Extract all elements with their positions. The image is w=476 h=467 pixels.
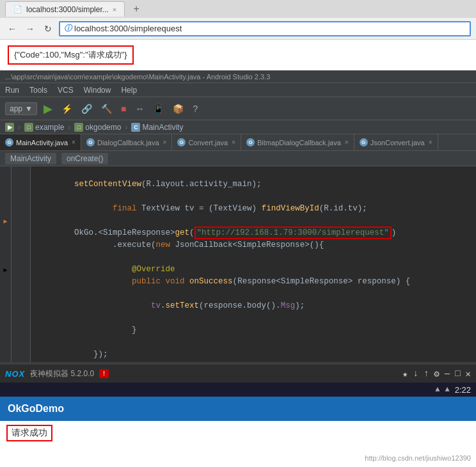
code-line-8: @Override (36, 251, 471, 264)
wifi-icon: ▲ (435, 385, 440, 394)
nox-emulator: NOX 夜神模拟器 5.2.0.0 ! ★ ↓ ↑ ⚙ — □ ✕ ▲ ▲ 2:… (0, 365, 476, 467)
attach-button[interactable]: 🔗 (79, 102, 95, 115)
tab-convert[interactable]: G Convert.java × (172, 134, 241, 150)
jsonconvert-file-icon: G (360, 138, 368, 146)
indicator-2 (0, 178, 11, 191)
tab-bitmapdialogcallback[interactable]: G BitmapDialogCallback.java × (241, 134, 354, 150)
breadcrumb-example[interactable]: □ example (24, 123, 64, 132)
menu-tools[interactable]: Tools (27, 84, 50, 96)
code-line-11: tv.setText(response.body().Msg); (36, 288, 471, 300)
back-button[interactable]: ← (5, 22, 19, 36)
code-breadcrumb-bar: MainActivity onCreate() (0, 151, 476, 166)
tab-jsonconvert-label: JsonConvert.java (370, 139, 425, 146)
android-app-bar: OkGoDemo (0, 397, 476, 421)
activity-icon: C (131, 123, 140, 132)
menu-help[interactable]: Help (118, 84, 139, 96)
build-button[interactable]: 🔨 (99, 102, 115, 115)
browser-tab-active[interactable]: 📄 localhost:3000/simpler... × (5, 1, 125, 17)
tab-dialogcallback-close[interactable]: × (163, 139, 167, 146)
dialogcallback-file-icon: G (86, 138, 95, 146)
breadcrumb-app: ▶ (5, 123, 14, 132)
dropdown-arrow: ▼ (25, 104, 33, 113)
code-breadcrumb-method[interactable]: onCreate() (61, 153, 108, 164)
indicator-14 (0, 324, 11, 336)
app-selector[interactable]: app ▼ (5, 102, 37, 115)
tab-mainactivity[interactable]: G MainActivity.java × (0, 134, 81, 150)
browser-toolbar: ← → ↻ ⓘ localhost:3000/simplerequest (0, 18, 476, 40)
example-icon: □ (24, 123, 33, 132)
line-numbers (12, 166, 31, 362)
code-area[interactable]: setContentView(R.layout.activity_main); … (31, 166, 476, 362)
nox-pin-button[interactable]: ★ (402, 368, 408, 379)
file-path: ...\app\src\main\java\com\example\okgode… (5, 73, 270, 81)
nox-window-controls: ★ ↓ ↑ ⚙ — □ ✕ (402, 368, 471, 379)
nox-logo: NOX (5, 369, 25, 379)
package-icon: ▶ (5, 123, 14, 132)
signal-icon: ▲ (445, 385, 449, 394)
code-editor: ▶ ▶ (0, 166, 476, 362)
indicator-15 (0, 336, 11, 349)
nox-settings-button[interactable]: ⚙ (434, 368, 439, 379)
android-app-content: 请求成功 http://blog.csdn.net/jiushiwo12390 (0, 421, 476, 467)
menu-run[interactable]: Run (3, 84, 22, 96)
response-text: {"Code":100,"Msg":"请求成功"} (14, 50, 127, 59)
avd-button[interactable]: 📱 (150, 102, 166, 115)
tab-dialogcallback[interactable]: G DialogCallback.java × (81, 134, 172, 150)
tab-mainactivity-label: MainActivity.java (16, 139, 68, 146)
studio-toolbar: app ▼ ▶ ⚡ 🔗 🔨 ■ ↔ 📱 📦 ? (0, 97, 476, 120)
menu-vcs[interactable]: VCS (55, 84, 76, 96)
code-line-5: OkGo.<SimpleResponse>get("http://192.168… (36, 215, 471, 227)
studio-path-bar: ...\app\src\main\java\com\example\okgode… (0, 70, 476, 83)
menu-window[interactable]: Window (81, 84, 114, 96)
tab-close-button[interactable]: × (113, 6, 116, 13)
breadcrumb-okgodemo[interactable]: □ okgodemo (74, 123, 121, 132)
code-breadcrumb-class[interactable]: MainActivity (5, 153, 56, 164)
code-line-1: setContentView(R.layout.activity_main); (36, 166, 471, 178)
tab-convert-close[interactable]: × (232, 139, 235, 146)
tab-mainactivity-close[interactable]: × (72, 139, 75, 146)
nox-scroll-up-button[interactable]: ↑ (424, 368, 429, 379)
help-btn[interactable]: ? (190, 102, 200, 115)
nox-scroll-down-button[interactable]: ↓ (413, 368, 418, 379)
new-tab-button[interactable]: + (127, 1, 145, 17)
indicator-9: ▶ (0, 264, 11, 276)
nox-maximize-button[interactable]: □ (455, 368, 460, 379)
indicator-arrow: ▶ (0, 215, 11, 227)
studio-menu-bar: Run Tools VCS Window Help (0, 83, 476, 97)
tab-dialogcallback-label: DialogCallback.java (97, 139, 159, 146)
indicator-3 (0, 191, 11, 203)
response-box: {"Code":100,"Msg":"请求成功"} (8, 45, 134, 65)
code-line-3: final TextView tv = (TextView) findViewB… (36, 191, 471, 203)
sync-button[interactable]: ↔ (132, 102, 147, 115)
breadcrumb-mainactivity-label: MainActivity (142, 123, 183, 132)
debug-button[interactable]: ⚡ (59, 102, 75, 115)
tab-bitmapdialogcallback-label: BitmapDialogCallback.java (257, 139, 341, 146)
indicator-11 (0, 288, 11, 300)
android-studio-window: ...\app\src\main\java\com\example\okgode… (0, 70, 476, 365)
forward-button[interactable]: → (23, 22, 37, 36)
nox-close-button[interactable]: ✕ (466, 368, 471, 379)
run-button[interactable]: ▶ (41, 100, 55, 117)
tab-jsonconvert[interactable]: G JsonConvert.java × (354, 134, 438, 150)
indicator-8 (0, 251, 11, 264)
success-text: 请求成功 (12, 427, 47, 438)
tab-label: localhost:3000/simpler... (26, 5, 109, 14)
refresh-button[interactable]: ↻ (41, 22, 55, 36)
stop-button[interactable]: ■ (118, 102, 129, 115)
nox-titlebar: NOX 夜神模拟器 5.2.0.0 ! ★ ↓ ↑ ⚙ — □ ✕ (0, 365, 476, 383)
project-breadcrumb: ▶ › □ example › □ okgodemo › C MainActiv… (0, 120, 476, 134)
nox-minimize-button[interactable]: — (445, 368, 450, 379)
address-bar[interactable]: ⓘ localhost:3000/simplerequest (59, 21, 471, 36)
app-title: OkGoDemo (8, 403, 64, 415)
code-line-13: } (36, 312, 471, 324)
watermark-text: http://blog.csdn.net/jiushiwo12390 (365, 454, 471, 462)
tab-bitmapdialogcallback-close[interactable]: × (345, 139, 349, 146)
tab-jsonconvert-close[interactable]: × (429, 139, 432, 146)
browser-content: {"Code":100,"Msg":"请求成功"} (0, 40, 476, 70)
breadcrumb-mainactivity[interactable]: C MainActivity (131, 123, 183, 132)
tab-convert-label: Convert.java (188, 139, 228, 146)
info-icon: ⓘ (64, 23, 72, 34)
browser-window: 📄 localhost:3000/simpler... × + ← → ↻ ⓘ … (0, 0, 476, 70)
sdk-button[interactable]: 📦 (170, 102, 186, 115)
breadcrumb-example-label: example (35, 123, 64, 132)
